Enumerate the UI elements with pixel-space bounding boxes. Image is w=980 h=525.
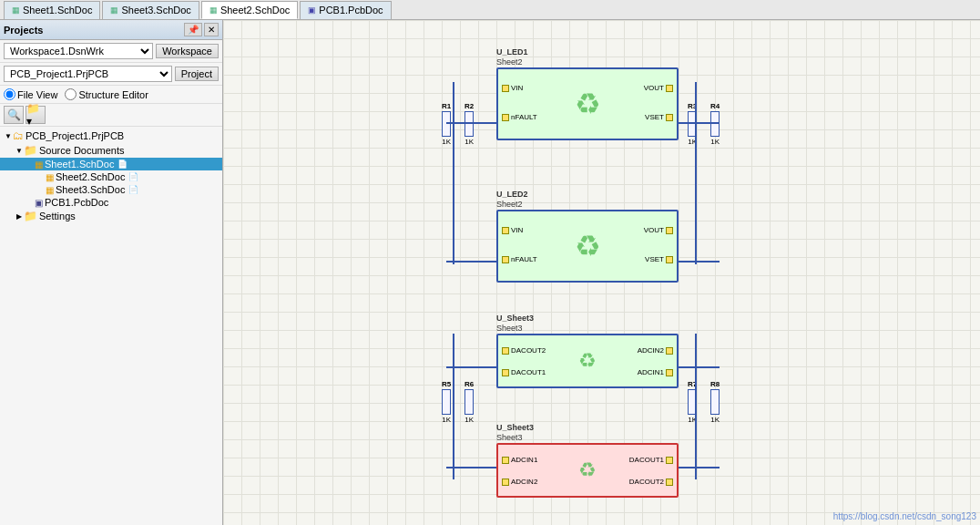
u-sheet3-bot-component[interactable]: ADCIN1 ADCIN2 DACOUT1 DACOUT2 ♻ <box>496 443 679 498</box>
r8-value: 1K <box>710 416 720 424</box>
close-panel-button[interactable]: ✕ <box>204 23 219 36</box>
settings-expand: ▶ <box>15 212 24 221</box>
u-sheet3-top-component[interactable]: DACOUT2 DACOUT1 ADCIN2 ADCIN1 ♻ <box>496 334 679 388</box>
project-button[interactable]: Project <box>175 67 219 81</box>
dacout2-pin: DACOUT2 <box>502 346 546 355</box>
u-led1-subtitle: Sheet2 <box>496 57 523 67</box>
r8-label: R8 <box>710 380 720 388</box>
wire-right-bot2-h <box>679 366 720 368</box>
u-led1-title: U_LED1 <box>496 47 528 57</box>
pin-box-6 <box>502 256 509 263</box>
tab-sheet2[interactable]: ▦ Sheet2.SchDoc <box>201 1 298 19</box>
adcin2-pin: ADCIN2 <box>638 346 673 355</box>
project-tree: ▼ 🗂 PCB_Project1.PrjPCB ▼ 📁 Source Docum… <box>0 127 222 525</box>
settings-folder-icon: 📁 <box>24 210 37 222</box>
projects-panel: Projects 📌 ✕ Workspace1.DsnWrk Workspace… <box>0 20 223 525</box>
tree-sheet2[interactable]: ▦ Sheet2.SchDoc 📄 <box>0 170 222 183</box>
tree-sheet3[interactable]: ▦ Sheet3.SchDoc 📄 <box>0 183 222 196</box>
wire-left-v <box>453 82 454 264</box>
sheet1-badge: 📄 <box>117 160 128 169</box>
pin-box-5 <box>502 227 509 234</box>
r5-value: 1K <box>442 416 451 424</box>
r1-resistor: R1 1K <box>442 102 451 146</box>
u-led2-vset-pin: VSET <box>645 255 673 263</box>
r2-body <box>464 111 474 137</box>
pin-box-12 <box>666 369 673 376</box>
file-view-radio[interactable]: File View <box>4 88 57 100</box>
toolbar-nav-button[interactable]: 🔍 <box>4 106 24 124</box>
wire-right-top-h <box>679 122 720 124</box>
r5-label: R5 <box>442 380 451 388</box>
u-led2-subtitle: Sheet2 <box>496 200 523 209</box>
u-led2-nfault-pin: nFAULT <box>502 255 537 263</box>
pcb1-expand <box>26 199 35 207</box>
structure-editor-radio[interactable]: Structure Editor <box>65 88 148 100</box>
panel-controls: 📌 ✕ <box>184 23 219 36</box>
recycle-icon-4: ♻ <box>578 458 597 482</box>
sheet1-sch-icon: ▦ <box>35 160 43 170</box>
main-area: Projects 📌 ✕ Workspace1.DsnWrk Workspace… <box>0 20 980 525</box>
r1-value: 1K <box>442 138 451 146</box>
wire-left-bot3-h <box>446 467 496 468</box>
r2-label: R2 <box>464 102 474 110</box>
pin-box-11 <box>666 347 673 355</box>
sheet2-expand <box>36 173 46 181</box>
toolbar-add-button[interactable]: 📁▾ <box>26 106 46 124</box>
pcb1-icon: ▣ <box>35 198 43 208</box>
wire-right-bot3-h <box>679 467 720 468</box>
tree-root-item[interactable]: ▼ 🗂 PCB_Project1.PrjPCB <box>0 129 222 143</box>
tree-source-docs[interactable]: ▼ 📁 Source Documents <box>0 143 222 158</box>
r2-resistor: R2 1K <box>464 102 474 146</box>
r6-resistor: R6 1K <box>464 380 474 424</box>
r1-body <box>442 111 451 137</box>
tab-sch-icon-3: ▦ <box>209 5 218 15</box>
project-dropdown[interactable]: PCB_Project1.PrjPCB <box>4 66 172 82</box>
sheet1-expand <box>26 160 35 169</box>
r5-body <box>442 389 451 415</box>
tab-sch-icon-2: ▦ <box>110 5 118 15</box>
u-sheet3-bot-title: U_Sheet3 <box>496 423 534 432</box>
pin-box-7 <box>666 227 673 234</box>
pin-box-16 <box>666 479 673 486</box>
tab-sheet3[interactable]: ▦ Sheet3.SchDoc <box>102 1 199 19</box>
pin-button[interactable]: 📌 <box>184 23 202 36</box>
tree-sheet1[interactable]: ▦ Sheet1.SchDoc 📄 <box>0 158 222 170</box>
u-sheet3-bot-subtitle: Sheet3 <box>496 433 523 442</box>
schematic-canvas: U_LED1 Sheet2 VIN nFAULT VOUT VSET ♻ <box>223 20 980 525</box>
pin-box-9 <box>502 347 509 355</box>
tree-pcb1[interactable]: ▣ PCB1.PcbDoc <box>0 196 222 209</box>
u-sheet3-top-subtitle: Sheet3 <box>496 324 523 333</box>
u-led2-vin-pin: VIN <box>502 226 523 234</box>
u-led1-vset-pin: VSET <box>645 113 673 121</box>
u-led1-vin-pin: VIN <box>502 84 523 92</box>
r1-label: R1 <box>442 102 451 110</box>
pin-box-4 <box>666 114 673 121</box>
dacout2-bot-pin: DACOUT2 <box>629 478 673 486</box>
adcin1-bot-pin: ADCIN1 <box>502 456 537 464</box>
adcin2-bot-pin: ADCIN2 <box>502 478 537 486</box>
pin-box-8 <box>666 256 673 263</box>
panel-header: Projects 📌 ✕ <box>0 20 222 40</box>
sheet3-expand <box>36 186 46 194</box>
workspace-button[interactable]: Workspace <box>156 44 219 58</box>
pin-box-14 <box>502 479 509 486</box>
u-led2-title: U_LED2 <box>496 190 528 199</box>
dacout1-pin: DACOUT1 <box>502 368 546 376</box>
tree-settings[interactable]: ▶ 📁 Settings <box>0 209 222 223</box>
adcin1-pin: ADCIN1 <box>638 368 673 376</box>
r4-resistor: R4 1K <box>710 102 720 146</box>
sheet2-badge: 📄 <box>128 172 138 181</box>
pin-box-3 <box>666 85 673 92</box>
watermark: https://blog.csdn.net/csdn_song123 <box>833 511 976 521</box>
tab-pcb-icon: ▣ <box>308 5 316 15</box>
source-docs-folder-icon: 📁 <box>24 144 37 157</box>
r4-body <box>710 111 720 137</box>
r5-resistor: R5 1K <box>442 380 451 424</box>
tab-pcb1[interactable]: ▣ PCB1.PcbDoc <box>300 1 391 19</box>
u-led2-component[interactable]: VIN nFAULT VOUT VSET ♻ <box>496 210 679 283</box>
tab-sheet1[interactable]: ▦ Sheet1.SchDoc <box>4 1 100 19</box>
r6-label: R6 <box>464 380 474 388</box>
workspace-dropdown[interactable]: Workspace1.DsnWrk <box>4 43 153 59</box>
u-led1-component[interactable]: VIN nFAULT VOUT VSET ♻ <box>496 67 679 140</box>
r6-value: 1K <box>464 416 474 424</box>
